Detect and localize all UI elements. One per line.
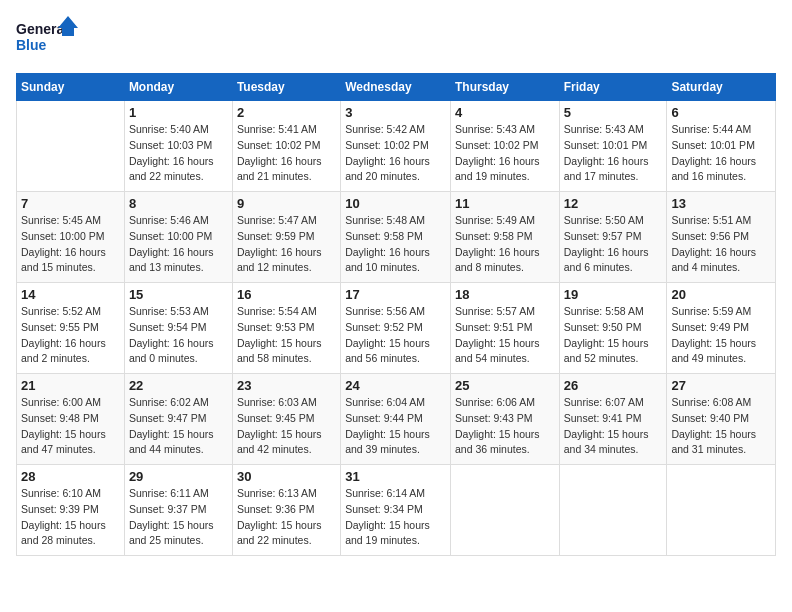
calendar-cell: 28Sunrise: 6:10 AMSunset: 9:39 PMDayligh… (17, 465, 125, 556)
day-number: 5 (564, 105, 663, 120)
day-number: 23 (237, 378, 336, 393)
day-detail: Sunrise: 6:02 AMSunset: 9:47 PMDaylight:… (129, 395, 228, 458)
calendar-cell: 12Sunrise: 5:50 AMSunset: 9:57 PMDayligh… (559, 192, 667, 283)
logo: General Blue (16, 16, 86, 61)
day-detail: Sunrise: 6:06 AMSunset: 9:43 PMDaylight:… (455, 395, 555, 458)
calendar-cell: 14Sunrise: 5:52 AMSunset: 9:55 PMDayligh… (17, 283, 125, 374)
weekday-header-wednesday: Wednesday (341, 74, 451, 101)
calendar-cell: 19Sunrise: 5:58 AMSunset: 9:50 PMDayligh… (559, 283, 667, 374)
day-detail: Sunrise: 6:00 AMSunset: 9:48 PMDaylight:… (21, 395, 120, 458)
calendar-cell: 16Sunrise: 5:54 AMSunset: 9:53 PMDayligh… (232, 283, 340, 374)
calendar-cell: 30Sunrise: 6:13 AMSunset: 9:36 PMDayligh… (232, 465, 340, 556)
calendar-cell: 29Sunrise: 6:11 AMSunset: 9:37 PMDayligh… (124, 465, 232, 556)
day-detail: Sunrise: 5:54 AMSunset: 9:53 PMDaylight:… (237, 304, 336, 367)
day-number: 2 (237, 105, 336, 120)
day-detail: Sunrise: 5:43 AMSunset: 10:01 PMDaylight… (564, 122, 663, 185)
weekday-header-friday: Friday (559, 74, 667, 101)
day-number: 21 (21, 378, 120, 393)
day-detail: Sunrise: 5:41 AMSunset: 10:02 PMDaylight… (237, 122, 336, 185)
day-number: 7 (21, 196, 120, 211)
calendar-header: SundayMondayTuesdayWednesdayThursdayFrid… (17, 74, 776, 101)
calendar-cell: 17Sunrise: 5:56 AMSunset: 9:52 PMDayligh… (341, 283, 451, 374)
calendar-cell: 22Sunrise: 6:02 AMSunset: 9:47 PMDayligh… (124, 374, 232, 465)
calendar-cell: 9Sunrise: 5:47 AMSunset: 9:59 PMDaylight… (232, 192, 340, 283)
day-number: 25 (455, 378, 555, 393)
calendar-cell: 5Sunrise: 5:43 AMSunset: 10:01 PMDayligh… (559, 101, 667, 192)
day-detail: Sunrise: 5:42 AMSunset: 10:02 PMDaylight… (345, 122, 446, 185)
calendar-week-5: 28Sunrise: 6:10 AMSunset: 9:39 PMDayligh… (17, 465, 776, 556)
day-detail: Sunrise: 5:51 AMSunset: 9:56 PMDaylight:… (671, 213, 771, 276)
svg-text:Blue: Blue (16, 37, 47, 53)
day-number: 27 (671, 378, 771, 393)
weekday-header-saturday: Saturday (667, 74, 776, 101)
day-detail: Sunrise: 5:53 AMSunset: 9:54 PMDaylight:… (129, 304, 228, 367)
day-detail: Sunrise: 5:44 AMSunset: 10:01 PMDaylight… (671, 122, 771, 185)
day-number: 26 (564, 378, 663, 393)
svg-text:General: General (16, 21, 68, 37)
calendar-week-4: 21Sunrise: 6:00 AMSunset: 9:48 PMDayligh… (17, 374, 776, 465)
calendar-cell: 6Sunrise: 5:44 AMSunset: 10:01 PMDayligh… (667, 101, 776, 192)
day-number: 9 (237, 196, 336, 211)
day-detail: Sunrise: 5:49 AMSunset: 9:58 PMDaylight:… (455, 213, 555, 276)
day-number: 8 (129, 196, 228, 211)
calendar-cell: 1Sunrise: 5:40 AMSunset: 10:03 PMDayligh… (124, 101, 232, 192)
day-detail: Sunrise: 5:52 AMSunset: 9:55 PMDaylight:… (21, 304, 120, 367)
day-detail: Sunrise: 5:47 AMSunset: 9:59 PMDaylight:… (237, 213, 336, 276)
calendar-week-2: 7Sunrise: 5:45 AMSunset: 10:00 PMDayligh… (17, 192, 776, 283)
weekday-header-sunday: Sunday (17, 74, 125, 101)
day-number: 30 (237, 469, 336, 484)
day-number: 31 (345, 469, 446, 484)
day-number: 15 (129, 287, 228, 302)
calendar-cell (559, 465, 667, 556)
day-number: 10 (345, 196, 446, 211)
calendar-cell: 7Sunrise: 5:45 AMSunset: 10:00 PMDayligh… (17, 192, 125, 283)
day-number: 18 (455, 287, 555, 302)
day-detail: Sunrise: 6:03 AMSunset: 9:45 PMDaylight:… (237, 395, 336, 458)
logo-svg: General Blue (16, 16, 86, 61)
day-number: 3 (345, 105, 446, 120)
day-detail: Sunrise: 5:50 AMSunset: 9:57 PMDaylight:… (564, 213, 663, 276)
day-detail: Sunrise: 6:10 AMSunset: 9:39 PMDaylight:… (21, 486, 120, 549)
day-number: 13 (671, 196, 771, 211)
calendar-cell: 25Sunrise: 6:06 AMSunset: 9:43 PMDayligh… (450, 374, 559, 465)
day-number: 22 (129, 378, 228, 393)
day-detail: Sunrise: 5:59 AMSunset: 9:49 PMDaylight:… (671, 304, 771, 367)
day-number: 1 (129, 105, 228, 120)
calendar-week-3: 14Sunrise: 5:52 AMSunset: 9:55 PMDayligh… (17, 283, 776, 374)
calendar-cell: 24Sunrise: 6:04 AMSunset: 9:44 PMDayligh… (341, 374, 451, 465)
weekday-header-monday: Monday (124, 74, 232, 101)
calendar-cell: 21Sunrise: 6:00 AMSunset: 9:48 PMDayligh… (17, 374, 125, 465)
calendar-cell: 3Sunrise: 5:42 AMSunset: 10:02 PMDayligh… (341, 101, 451, 192)
calendar-cell: 26Sunrise: 6:07 AMSunset: 9:41 PMDayligh… (559, 374, 667, 465)
page-header: General Blue (16, 16, 776, 61)
calendar-cell: 18Sunrise: 5:57 AMSunset: 9:51 PMDayligh… (450, 283, 559, 374)
calendar-cell: 20Sunrise: 5:59 AMSunset: 9:49 PMDayligh… (667, 283, 776, 374)
day-detail: Sunrise: 6:14 AMSunset: 9:34 PMDaylight:… (345, 486, 446, 549)
calendar-cell: 4Sunrise: 5:43 AMSunset: 10:02 PMDayligh… (450, 101, 559, 192)
day-number: 29 (129, 469, 228, 484)
day-number: 6 (671, 105, 771, 120)
day-detail: Sunrise: 5:45 AMSunset: 10:00 PMDaylight… (21, 213, 120, 276)
calendar-table: SundayMondayTuesdayWednesdayThursdayFrid… (16, 73, 776, 556)
day-number: 28 (21, 469, 120, 484)
calendar-cell: 15Sunrise: 5:53 AMSunset: 9:54 PMDayligh… (124, 283, 232, 374)
calendar-cell: 13Sunrise: 5:51 AMSunset: 9:56 PMDayligh… (667, 192, 776, 283)
day-detail: Sunrise: 5:57 AMSunset: 9:51 PMDaylight:… (455, 304, 555, 367)
day-number: 4 (455, 105, 555, 120)
calendar-cell (667, 465, 776, 556)
calendar-cell: 2Sunrise: 5:41 AMSunset: 10:02 PMDayligh… (232, 101, 340, 192)
calendar-cell: 11Sunrise: 5:49 AMSunset: 9:58 PMDayligh… (450, 192, 559, 283)
day-detail: Sunrise: 5:56 AMSunset: 9:52 PMDaylight:… (345, 304, 446, 367)
day-detail: Sunrise: 6:13 AMSunset: 9:36 PMDaylight:… (237, 486, 336, 549)
calendar-cell: 8Sunrise: 5:46 AMSunset: 10:00 PMDayligh… (124, 192, 232, 283)
calendar-cell: 31Sunrise: 6:14 AMSunset: 9:34 PMDayligh… (341, 465, 451, 556)
day-detail: Sunrise: 5:58 AMSunset: 9:50 PMDaylight:… (564, 304, 663, 367)
day-number: 19 (564, 287, 663, 302)
day-number: 14 (21, 287, 120, 302)
day-detail: Sunrise: 5:46 AMSunset: 10:00 PMDaylight… (129, 213, 228, 276)
day-detail: Sunrise: 6:04 AMSunset: 9:44 PMDaylight:… (345, 395, 446, 458)
day-number: 20 (671, 287, 771, 302)
day-detail: Sunrise: 6:08 AMSunset: 9:40 PMDaylight:… (671, 395, 771, 458)
calendar-cell (17, 101, 125, 192)
weekday-header-thursday: Thursday (450, 74, 559, 101)
